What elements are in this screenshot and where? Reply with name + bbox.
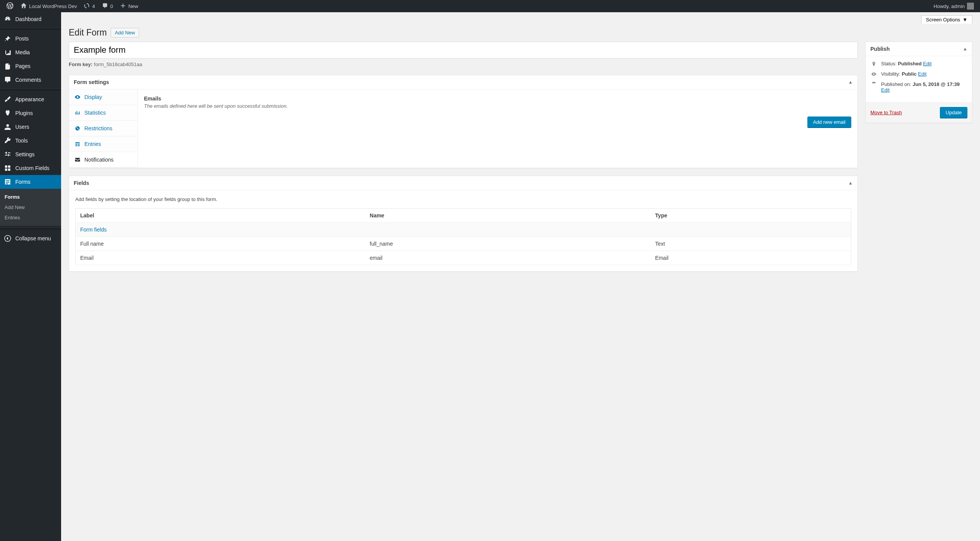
account-link[interactable]: Howdy, admin <box>931 0 977 12</box>
sidebar-label: Forms <box>15 179 31 185</box>
table-icon <box>74 141 81 147</box>
fields-header[interactable]: Fields ▲ <box>69 176 857 190</box>
visibility-label: Visibility: <box>881 71 900 77</box>
form-key-label: Form key: <box>69 62 92 67</box>
sidebar-item-pages[interactable]: Pages <box>0 59 61 73</box>
publish-header[interactable]: Publish ▲ <box>866 42 972 56</box>
col-type: Type <box>650 209 851 223</box>
edit-date-link[interactable]: Edit <box>881 87 889 93</box>
sidebar-item-tools[interactable]: Tools <box>0 134 61 147</box>
sidebar-item-media[interactable]: Media <box>0 45 61 59</box>
calendar-icon <box>870 81 877 87</box>
fields-table: Label Name Type Form fields Full name <box>75 208 851 265</box>
collapse-icon: ▲ <box>848 180 853 186</box>
admin-bar: Local WordPress Dev 4 0 New Howdy, admin <box>0 0 980 12</box>
sidebar-item-custom-fields[interactable]: Custom Fields <box>0 161 61 175</box>
sidebar-collapse[interactable]: Collapse menu <box>0 232 61 245</box>
update-button[interactable]: Update <box>940 107 967 118</box>
table-row[interactable]: Email email Email <box>76 251 851 265</box>
field-label: Full name <box>76 237 365 251</box>
plus-icon <box>120 3 126 10</box>
sidebar-label: Collapse menu <box>15 235 51 241</box>
page-title: Edit Form <box>69 28 107 38</box>
form-key: Form key: form_5b16cab4051aa <box>69 62 858 67</box>
sidebar-item-posts[interactable]: Posts <box>0 32 61 45</box>
tab-notifications[interactable]: Notifications <box>69 152 137 168</box>
publish-box: Publish ▲ Status: Published Edit <box>865 42 972 123</box>
sidebar-label: Users <box>15 124 29 130</box>
admin-sidebar: Dashboard Posts Media Pages Comments App… <box>0 12 61 283</box>
howdy-text: Howdy, admin <box>934 3 965 9</box>
field-name: email <box>365 251 650 265</box>
panel-title: Emails <box>144 96 851 102</box>
published-label: Published on: <box>881 81 911 87</box>
wordpress-logo[interactable] <box>3 0 17 12</box>
tab-label: Restrictions <box>84 125 112 131</box>
screen-options-button[interactable]: Screen Options ▼ <box>921 15 972 24</box>
field-type: Email <box>650 251 851 265</box>
field-group-row[interactable]: Form fields <box>76 223 851 237</box>
mail-icon <box>74 157 81 163</box>
sidebar-item-settings[interactable]: Settings <box>0 147 61 161</box>
edit-visibility-link[interactable]: Edit <box>918 71 927 77</box>
tab-restrictions[interactable]: Restrictions <box>69 121 137 136</box>
wordpress-icon <box>6 2 14 11</box>
visibility-value: Public <box>902 71 917 77</box>
form-settings-box: Form settings ▲ Display Statistics <box>69 75 858 168</box>
tab-display[interactable]: Display <box>69 89 137 105</box>
sidebar-item-dashboard[interactable]: Dashboard <box>0 12 61 26</box>
tab-label: Entries <box>84 141 101 147</box>
trash-link[interactable]: Move to Trash <box>870 110 902 115</box>
form-settings-header[interactable]: Form settings ▲ <box>69 75 857 89</box>
updates-count: 4 <box>92 3 95 9</box>
tab-entries[interactable]: Entries <box>69 136 137 152</box>
grid-icon <box>4 164 11 172</box>
sidebar-label: Posts <box>15 36 29 42</box>
field-name: full_name <box>365 237 650 251</box>
sidebar-label: Tools <box>15 138 28 144</box>
user-icon <box>4 123 11 131</box>
sidebar-label: Pages <box>15 63 31 69</box>
submenu-add-new[interactable]: Add New <box>0 202 61 212</box>
sidebar-item-plugins[interactable]: Plugins <box>0 106 61 120</box>
comment-icon <box>102 3 108 10</box>
eye-icon <box>74 94 81 100</box>
key-icon <box>870 61 877 66</box>
publish-date-row: Published on: Jun 5, 2018 @ 17:39 Edit <box>870 81 967 93</box>
form-icon <box>4 178 11 186</box>
table-row[interactable]: Full name full_name Text <box>76 237 851 251</box>
fields-desc: Add fields by setting the location of yo… <box>75 196 851 202</box>
edit-status-link[interactable]: Edit <box>923 61 931 66</box>
sidebar-separator <box>0 28 61 30</box>
sidebar-item-appearance[interactable]: Appearance <box>0 92 61 106</box>
collapse-icon: ▲ <box>963 46 967 52</box>
publish-title: Publish <box>870 46 890 52</box>
page-icon <box>4 62 11 70</box>
submenu-entries[interactable]: Entries <box>0 212 61 223</box>
comments-link[interactable]: 0 <box>99 0 116 12</box>
sliders-icon <box>4 151 11 158</box>
new-link[interactable]: New <box>117 0 141 12</box>
sidebar-label: Plugins <box>15 110 33 116</box>
collapse-icon: ▲ <box>848 79 853 85</box>
plug-icon <box>4 109 11 117</box>
add-new-button[interactable]: Add New <box>111 28 139 37</box>
sidebar-item-users[interactable]: Users <box>0 120 61 134</box>
sidebar-separator <box>0 89 61 91</box>
chevron-down-icon: ▼ <box>962 17 967 23</box>
site-link[interactable]: Local WordPress Dev <box>18 0 80 12</box>
sidebar-item-comments[interactable]: Comments <box>0 73 61 87</box>
tab-statistics[interactable]: Statistics <box>69 105 137 121</box>
submenu-forms[interactable]: Forms <box>0 192 61 202</box>
collapse-icon <box>4 235 11 242</box>
field-type: Text <box>650 237 851 251</box>
block-icon <box>74 125 81 131</box>
fields-box: Fields ▲ Add fields by setting the locat… <box>69 176 858 272</box>
form-title-input[interactable] <box>69 42 858 58</box>
publish-visibility-row: Visibility: Public Edit <box>870 71 967 77</box>
chart-icon <box>74 110 81 116</box>
home-icon <box>21 3 27 10</box>
add-email-button[interactable]: Add new email <box>807 117 851 128</box>
updates-link[interactable]: 4 <box>81 0 98 12</box>
sidebar-item-forms[interactable]: Forms <box>0 175 61 189</box>
